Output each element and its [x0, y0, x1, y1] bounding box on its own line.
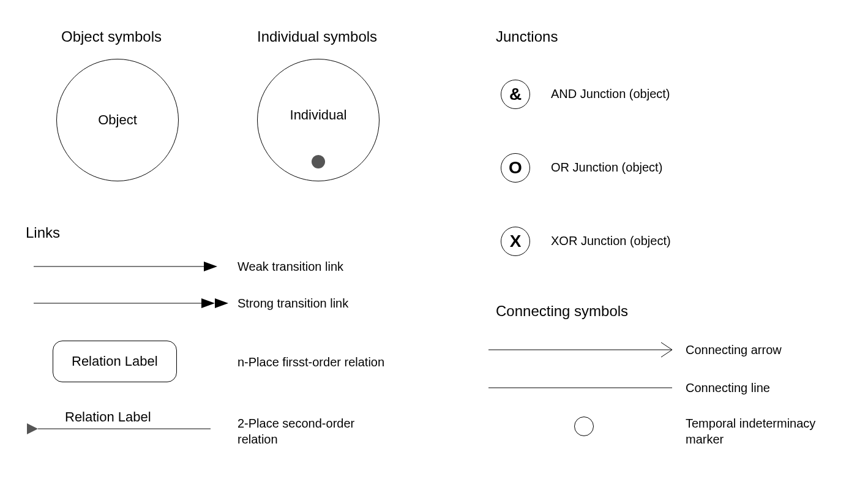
svg-marker-3 [201, 298, 215, 308]
xor-junction-label: XOR Junction (object) [551, 234, 671, 248]
connecting-arrow-label: Connecting arrow [686, 343, 782, 357]
two-place-relation-label-bottom: relation [238, 432, 278, 447]
svg-line-9 [661, 350, 672, 357]
xor-junction-icon: X [501, 227, 530, 256]
temporal-marker-label-bottom: marker [686, 432, 724, 447]
heading-links: Links [26, 224, 60, 241]
and-junction-label: AND Junction (object) [551, 87, 670, 101]
relation-label-2: Relation Label [65, 409, 151, 425]
connecting-arrow-icon [488, 341, 672, 359]
n-place-relation-icon: Relation Label [53, 341, 177, 382]
object-symbol-icon: Object [56, 59, 179, 181]
strong-transition-arrow-icon [34, 294, 230, 312]
two-place-relation-label-top: 2-Place second-order [238, 417, 354, 431]
and-junction-icon: & [501, 80, 530, 109]
temporal-marker-icon [574, 417, 594, 436]
svg-marker-4 [215, 298, 228, 308]
or-junction-label: OR Junction (object) [551, 160, 662, 175]
svg-marker-5 [27, 423, 38, 434]
or-junction-glyph: O [509, 158, 522, 178]
n-place-relation-label: n-Place firsst-order relation [238, 355, 384, 369]
svg-line-8 [661, 342, 672, 350]
connecting-line-icon [488, 385, 672, 391]
svg-marker-1 [204, 262, 217, 271]
heading-junctions: Junctions [496, 28, 558, 45]
or-junction-icon: O [501, 153, 530, 183]
individual-dot-icon [312, 155, 325, 168]
object-symbol-label: Object [98, 112, 137, 128]
relation-label-1: Relation Label [72, 353, 158, 369]
strong-transition-label: Strong transition link [238, 296, 348, 311]
heading-individual-symbols: Individual symbols [257, 28, 377, 45]
and-junction-glyph: & [509, 85, 522, 104]
weak-transition-label: Weak transition link [238, 260, 343, 274]
heading-object-symbols: Object symbols [61, 28, 162, 45]
weak-transition-arrow-icon [34, 257, 217, 276]
temporal-marker-label-top: Temporal indeterminacy [686, 417, 815, 431]
connecting-line-label: Connecting line [686, 381, 770, 395]
heading-connecting-symbols: Connecting symbols [496, 303, 628, 320]
xor-junction-glyph: X [510, 232, 522, 251]
individual-symbol-label: Individual [290, 107, 347, 123]
